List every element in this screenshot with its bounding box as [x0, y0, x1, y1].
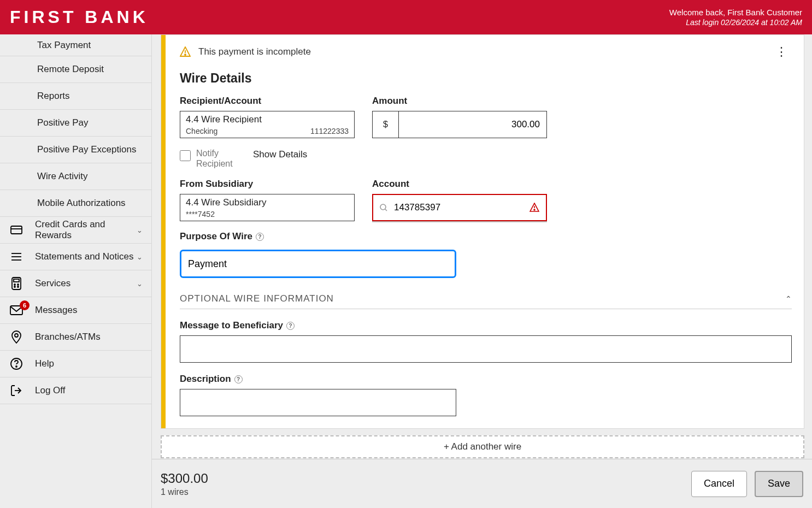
wire-details-card: This payment is incomplete ⋮ Wire Detail… — [161, 34, 804, 429]
page-footer: $300.00 1 wires Cancel Save — [152, 459, 812, 508]
account-label: Account — [372, 179, 547, 190]
account-input[interactable] — [394, 202, 523, 213]
nav-label: Log Off — [35, 385, 65, 396]
optional-info-toggle[interactable]: OPTIONAL WIRE INFORMATION ⌃ — [180, 293, 792, 309]
chevron-down-icon: ⌄ — [137, 253, 143, 261]
nav-label: Mobile Authorizations — [37, 198, 126, 209]
message-to-beneficiary-input[interactable] — [180, 335, 792, 363]
account-warning-icon — [529, 203, 539, 212]
welcome-text: Welcome back, First Bank Customer — [669, 7, 802, 18]
amount-input[interactable] — [399, 111, 546, 138]
svg-point-14 — [16, 366, 17, 367]
nav-logoff[interactable]: Log Off — [0, 377, 151, 404]
amount-input-group: $ — [372, 111, 547, 138]
logoff-icon — [9, 385, 24, 397]
list-icon — [9, 252, 24, 262]
nav-label: Services — [35, 278, 70, 289]
nav-help[interactable]: Help — [0, 351, 151, 377]
purpose-input[interactable] — [180, 250, 456, 278]
svg-point-23 — [534, 209, 535, 210]
header-user-info: Welcome back, First Bank Customer Last l… — [669, 7, 802, 28]
svg-rect-0 — [11, 226, 22, 234]
nav-label: Wire Activity — [37, 171, 88, 182]
nav-statements[interactable]: Statements and Notices ⌄ — [0, 244, 151, 270]
show-details-link[interactable]: Show Details — [253, 148, 307, 160]
more-menu-button[interactable]: ⋮ — [771, 43, 792, 61]
footer-wire-count: 1 wires — [161, 487, 684, 498]
nav-positive-pay-exceptions[interactable]: Positive Pay Exceptions — [0, 137, 151, 163]
cancel-button[interactable]: Cancel — [691, 471, 747, 497]
nav-label: Tax Payment — [37, 40, 91, 51]
svg-point-8 — [17, 284, 19, 285]
svg-point-18 — [185, 54, 186, 55]
incomplete-text: This payment is incomplete — [198, 46, 311, 57]
svg-line-20 — [385, 209, 387, 211]
nav-reports[interactable]: Reports — [0, 83, 151, 110]
card-accent — [161, 35, 166, 428]
help-icon[interactable]: ? — [256, 233, 264, 241]
from-subsidiary-select[interactable]: 4.4 Wire Subsidiary ****7452 — [180, 194, 355, 221]
svg-point-7 — [14, 284, 15, 285]
recipient-label: Recipient/Account — [180, 96, 355, 107]
nav-credit-cards[interactable]: Credit Cards and Rewards ⌄ — [0, 217, 151, 244]
chevron-up-icon: ⌃ — [785, 294, 792, 303]
card-icon — [9, 225, 24, 235]
nav-wire-activity[interactable]: Wire Activity — [0, 163, 151, 190]
app-header: FIRST BANK Welcome back, First Bank Cust… — [0, 0, 812, 34]
sidebar-nav: Tax Payment Remote Deposit Reports Posit… — [0, 34, 152, 508]
svg-point-9 — [14, 286, 15, 287]
svg-point-12 — [15, 334, 18, 337]
nav-tax-payment[interactable]: Tax Payment — [0, 34, 151, 56]
help-icon[interactable]: ? — [286, 322, 295, 330]
nav-messages[interactable]: 6 Messages — [0, 297, 151, 324]
recipient-select[interactable]: 4.4 Wire Recipient Checking 111222333 — [180, 111, 355, 138]
nav-mobile-authorizations[interactable]: Mobile Authorizations — [0, 190, 151, 217]
add-another-wire-button[interactable]: + Add another wire — [161, 435, 804, 458]
nav-label: Help — [35, 358, 54, 369]
section-title: Wire Details — [180, 71, 792, 86]
calculator-icon — [9, 277, 24, 290]
footer-total: $300.00 — [161, 470, 684, 487]
nav-positive-pay[interactable]: Positive Pay — [0, 110, 151, 137]
nav-label: Credit Cards and Rewards — [35, 219, 137, 241]
description-input[interactable] — [180, 389, 456, 416]
recipient-acct-number: 111222333 — [310, 127, 349, 135]
amount-label: Amount — [372, 96, 547, 107]
warning-icon — [180, 46, 191, 57]
currency-prefix: $ — [373, 111, 399, 138]
brand-logo: FIRST BANK — [10, 7, 149, 27]
nav-branches[interactable]: Branches/ATMs — [0, 324, 151, 351]
from-sub-name: 4.4 Wire Subsidiary — [186, 197, 349, 208]
nav-label: Branches/ATMs — [35, 332, 101, 342]
search-icon — [380, 204, 387, 211]
svg-rect-6 — [14, 279, 19, 282]
from-sub-acct: ****7452 — [186, 210, 215, 218]
notify-recipient-checkbox[interactable] — [180, 150, 191, 161]
pin-icon — [9, 330, 24, 344]
help-icon — [9, 358, 24, 370]
nav-services[interactable]: Services ⌄ — [0, 270, 151, 297]
nav-label: Positive Pay — [37, 117, 89, 128]
nav-label: Reports — [37, 91, 70, 102]
recipient-acct-type: Checking — [186, 127, 217, 135]
message-label: Message to Beneficiary ? — [180, 320, 792, 331]
from-subsidiary-label: From Subsidiary — [180, 179, 355, 190]
notify-recipient-label: Notify Recipient — [196, 148, 240, 169]
description-label: Description ? — [180, 374, 792, 385]
messages-badge: 6 — [20, 300, 30, 310]
svg-point-10 — [17, 286, 19, 287]
svg-point-19 — [380, 204, 386, 210]
optional-info-label: OPTIONAL WIRE INFORMATION — [180, 293, 334, 304]
chevron-down-icon: ⌄ — [137, 226, 143, 234]
purpose-label: Purpose Of Wire ? — [180, 231, 792, 242]
nav-label: Messages — [35, 305, 77, 316]
nav-label: Positive Pay Exceptions — [37, 144, 136, 155]
save-button[interactable]: Save — [755, 471, 803, 497]
last-login-text: Last login 02/26/2024 at 10:02 AM — [669, 17, 802, 27]
nav-label: Remote Deposit — [37, 64, 104, 75]
help-icon[interactable]: ? — [234, 375, 243, 383]
recipient-name: 4.4 Wire Recipient — [186, 114, 349, 125]
account-search-box[interactable] — [372, 194, 547, 221]
nav-remote-deposit[interactable]: Remote Deposit — [0, 56, 151, 83]
nav-label: Statements and Notices — [35, 251, 133, 262]
